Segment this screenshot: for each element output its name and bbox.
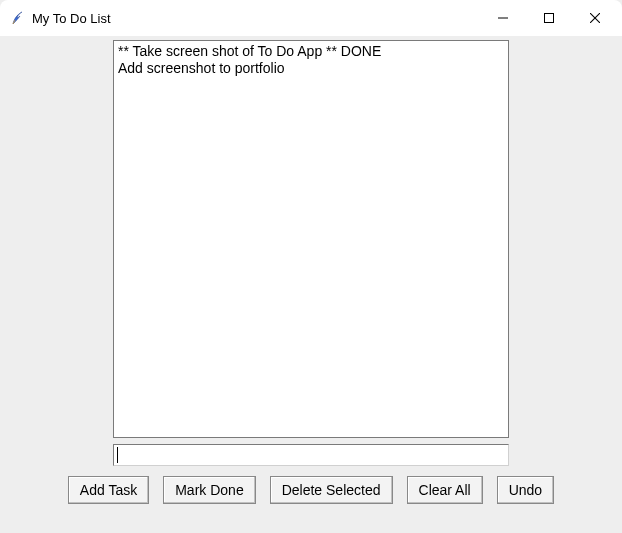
undo-button[interactable]: Undo xyxy=(497,476,554,504)
window-title: My To Do List xyxy=(32,11,111,26)
delete-selected-button[interactable]: Delete Selected xyxy=(270,476,393,504)
list-item[interactable]: ** Take screen shot of To Do App ** DONE xyxy=(118,43,504,60)
maximize-button[interactable] xyxy=(526,3,572,33)
task-entry[interactable] xyxy=(113,444,509,466)
app-window: My To Do List ** Take screen shot of To … xyxy=(0,0,622,533)
list-item[interactable]: Add screenshot to portfolio xyxy=(118,60,504,77)
task-listbox[interactable]: ** Take screen shot of To Do App ** DONE… xyxy=(113,40,509,438)
minimize-button[interactable] xyxy=(480,3,526,33)
clear-all-button[interactable]: Clear All xyxy=(407,476,483,504)
mark-done-button[interactable]: Mark Done xyxy=(163,476,255,504)
text-cursor xyxy=(117,447,118,463)
titlebar: My To Do List xyxy=(0,0,622,36)
close-button[interactable] xyxy=(572,3,618,33)
client-area: ** Take screen shot of To Do App ** DONE… xyxy=(0,36,622,533)
add-task-button[interactable]: Add Task xyxy=(68,476,149,504)
button-row: Add Task Mark Done Delete Selected Clear… xyxy=(68,476,554,504)
feather-icon xyxy=(10,10,26,26)
svg-rect-1 xyxy=(545,14,554,23)
